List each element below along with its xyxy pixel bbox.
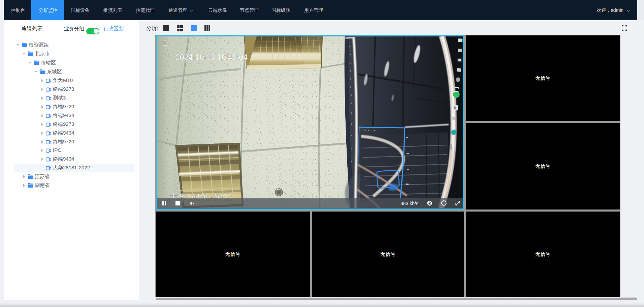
svg-text:2024-10-12 10:41:04: 2024-10-12 10:41:04 [175,53,248,62]
svg-text:1: 1 [163,38,167,47]
